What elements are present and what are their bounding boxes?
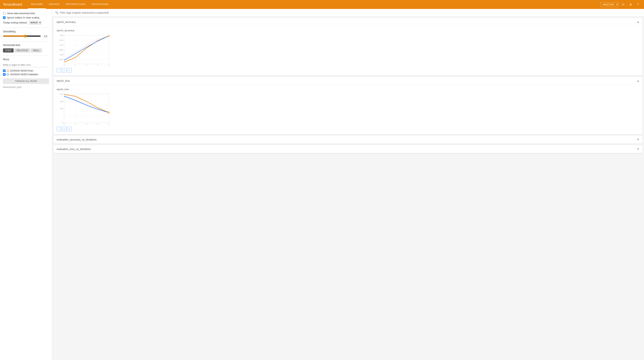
eval-accuracy-header[interactable]: evaluation_accuracy_vs_iterations ▼ [54,136,642,144]
tooltip-sort-label: Tooltip sorting method: [3,21,28,24]
nav-histograms[interactable]: HISTOGRAMS [88,0,112,9]
toggle-all-runs-button[interactable]: TOGGLE ALL RUNS [3,78,49,84]
status-select[interactable]: INACTIVE [600,2,619,7]
app-logo: TensorBoard [3,2,22,6]
svg-point-25 [108,35,110,36]
svg-text:0.12: 0.12 [60,93,63,95]
chart-section-epoch-accuracy: epoch_accuracy ▲ epoch_accuracy [54,18,642,75]
epoch-loss-collapse-icon: ▲ [636,79,640,82]
axis-step-button[interactable]: STEP [3,48,14,52]
run-item-validation: 20230202-062627/validation [3,73,49,76]
nav-scalars[interactable]: SCALARS [28,0,46,9]
epoch-accuracy-chart-title: epoch_accuracy [57,29,640,32]
epoch-accuracy-collapse-icon: ▲ [636,20,640,24]
svg-text:0.08: 0.08 [60,101,63,102]
svg-text:0.04: 0.04 [60,108,63,110]
epoch-loss-chart: 0.12 0.08 0.04 0 0 1 2 3 4 [57,92,111,125]
smoothing-value: 0.6 [42,34,49,38]
epoch-loss-chart-title: epoch_loss [57,88,640,91]
run-validation-dot [7,73,9,76]
app-layout: Show data download links Ignore outliers… [0,9,644,360]
chart-section-eval-accuracy: evaluation_accuracy_vs_iterations ▼ [54,136,642,144]
epoch-accuracy-title: epoch_accuracy [57,20,76,23]
logs-path: /tensorboard_logs/ [3,86,49,88]
fullscreen-icon[interactable]: ⤢ [67,68,72,72]
svg-text:3: 3 [97,123,98,125]
eval-accuracy-title: evaluation_accuracy_vs_iterations [57,138,96,141]
nav-graphs[interactable]: GRAPHS [46,0,62,9]
run-train-dot [7,70,9,72]
run-train-checkbox[interactable] [3,69,6,72]
refresh-button[interactable]: ↻ [620,1,626,7]
divider-1 [3,27,49,28]
data-icon[interactable]: ≡ [62,68,66,72]
eval-accuracy-collapse-icon: ▼ [636,138,640,141]
epoch-loss-header[interactable]: epoch_loss ▲ [54,77,642,85]
svg-text:0: 0 [62,122,63,124]
eval-loss-title: evaluation_loss_vs_iterations [57,148,91,151]
svg-text:1: 1 [75,123,76,125]
smoothing-slider[interactable] [3,35,41,38]
svg-text:1: 1 [75,64,76,66]
runs-filter-input[interactable] [3,63,49,67]
expand-loss-chart-icon[interactable]: ⛶ [57,127,61,131]
divider-3 [3,55,49,56]
run-item-train: 20230202-062627/train [3,69,49,72]
divider-2 [3,41,49,41]
header-nav: SCALARS GRAPHS DISTRIBUTIONS HISTOGRAMS [28,0,600,9]
axis-wall-button[interactable]: WALL [31,48,42,52]
svg-text:2: 2 [86,123,87,125]
run-validation-checkbox[interactable] [3,73,6,76]
tooltip-sort-row: Tooltip sorting method: default [3,20,49,24]
svg-text:4: 4 [108,64,109,66]
run-validation-label: 20230202-062627/validation [10,73,38,76]
svg-text:0.955: 0.955 [59,59,63,60]
epoch-accuracy-header[interactable]: epoch_accuracy ▲ [54,18,642,26]
run-train-label: 20230202-062627/train [10,69,33,72]
svg-text:2: 2 [86,64,87,66]
chart-section-eval-loss: evaluation_loss_vs_iterations ▼ [54,145,642,153]
fullscreen-loss-icon[interactable]: ⤢ [67,127,72,131]
data-loss-icon[interactable]: ≡ [62,127,66,131]
axis-title: Horizontal Axis [3,43,49,46]
ignore-outliers-label: Ignore outliers in chart scaling [7,16,39,19]
axis-relative-button[interactable]: RELATIVE [14,48,30,52]
settings-button[interactable]: ⚙ [628,1,634,7]
svg-text:3: 3 [97,64,98,66]
svg-text:0.98: 0.98 [60,34,63,36]
main-content: 🔍 epoch_accuracy ▲ epoch_accuracy [52,9,644,360]
chart-section-epoch-loss: epoch_loss ▲ epoch_loss [54,77,642,134]
svg-text:0: 0 [64,64,64,66]
show-download-row: Show data download links [3,12,49,15]
search-input[interactable] [60,11,641,14]
svg-text:0.97: 0.97 [60,44,63,46]
search-bar: 🔍 [52,9,644,16]
ignore-outliers-checkbox[interactable] [3,16,6,19]
svg-text:0.965: 0.965 [59,49,63,51]
svg-text:0.96: 0.96 [60,54,63,56]
help-button[interactable]: ? [635,1,641,7]
svg-point-47 [108,112,110,113]
runs-title: Runs [3,58,49,61]
sidebar: Show data download links Ignore outliers… [0,9,52,360]
eval-loss-collapse-icon: ▼ [636,148,640,151]
axis-buttons: STEP RELATIVE WALL [3,48,49,52]
svg-text:4: 4 [108,123,109,125]
tooltip-sort-select[interactable]: default [29,20,42,24]
epoch-loss-title: epoch_loss [57,79,70,82]
epoch-accuracy-content: epoch_accuracy [54,26,642,75]
expand-chart-icon[interactable]: ⛶ [57,68,61,72]
smoothing-section: Smoothing 0.6 [3,30,49,38]
sidebar-options: Show data download links Ignore outliers… [3,12,49,24]
epoch-accuracy-chart: 0.98 0.975 0.97 0.965 0.96 0.955 0 1 2 3… [57,33,111,66]
show-download-checkbox[interactable] [3,12,6,15]
epoch-loss-chart-icons: ⛶ ≡ ⤢ [57,127,640,131]
epoch-accuracy-chart-icons: ⛶ ≡ ⤢ [57,68,640,72]
epoch-loss-content: epoch_loss 0.12 [54,85,642,134]
smoothing-slider-container [3,35,41,38]
runs-section: Runs 20230202-062627/train 20230202-0626… [3,58,49,88]
axis-section: Horizontal Axis STEP RELATIVE WALL [3,43,49,52]
eval-loss-header[interactable]: evaluation_loss_vs_iterations ▼ [54,145,642,153]
svg-text:0: 0 [64,123,64,125]
nav-distributions[interactable]: DISTRIBUTIONS [62,0,88,9]
